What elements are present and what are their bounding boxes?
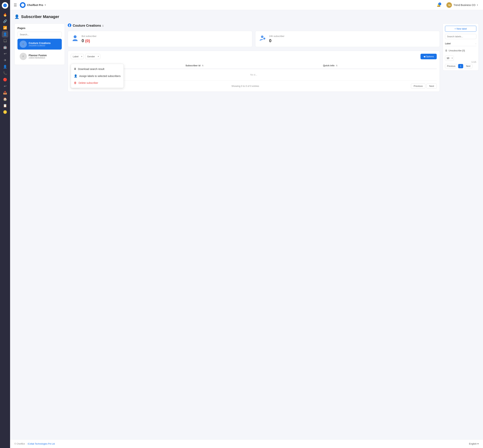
- label-table-header: Label ↑: [445, 41, 476, 46]
- prev-button[interactable]: Previous: [411, 83, 426, 89]
- next-button[interactable]: Next: [427, 83, 437, 89]
- language-label: English: [469, 442, 477, 445]
- user-menu[interactable]: TB Trend Business CO ▾: [445, 1, 479, 9]
- delete-subscriber-item[interactable]: 🗑 Delete subscriber: [71, 80, 124, 86]
- label-prev-button[interactable]: Previous: [445, 64, 457, 68]
- send-icon[interactable]: ✈: [2, 57, 8, 64]
- svg-point-3: [22, 5, 23, 6]
- live-icon[interactable]: 🔴: [2, 76, 8, 83]
- page-info: Couture Creations243269572198333: [29, 42, 60, 47]
- sort-subscriber-id-icon: ⇅: [202, 64, 203, 67]
- search-labels-input[interactable]: [445, 34, 476, 39]
- label-filter-wrapper: Label: [71, 54, 84, 59]
- page-item-flavour-fusion[interactable]: FFlavour Fusion238057869589826: [17, 51, 62, 62]
- label-filter[interactable]: Label: [71, 54, 84, 59]
- col-subscriber-id[interactable]: Subscriber id ⇅: [183, 62, 321, 69]
- h24-subscriber-label: 24h subscriber: [269, 35, 284, 38]
- table-pagination: 10 Showing 0 to 0 of 0 entries Previous …: [71, 83, 437, 89]
- export-icon[interactable]: 📤: [2, 89, 8, 96]
- notification-badge: 0: [438, 2, 441, 5]
- gender-filter[interactable]: Gender: [85, 54, 100, 59]
- footer: © CheifBot · iCollab Technologies Pvt Lt…: [10, 439, 483, 448]
- page-name: Couture Creations: [29, 42, 60, 45]
- label-pagination-info: 1-1/1: [445, 61, 476, 63]
- card-icon[interactable]: 📋: [2, 102, 8, 109]
- page-header: 👤 Subscriber Manager: [14, 14, 479, 19]
- bot-subscriber-value: 0 (0): [82, 38, 97, 43]
- subscriber-panel: Couture Creations ℹ: [68, 24, 440, 92]
- brand-name: Cheifbot Pro: [27, 3, 43, 7]
- coin-icon[interactable]: 🪙: [2, 109, 8, 115]
- assign-icon: 👤: [74, 74, 78, 78]
- bot-subscriber-extra: (0): [85, 39, 90, 43]
- sub-panel-title: Couture Creations: [73, 24, 101, 28]
- return-icon[interactable]: ↩: [2, 83, 8, 89]
- info-icon[interactable]: ℹ: [102, 24, 103, 27]
- h24-subscriber-card: 24h subscriber 0: [255, 31, 440, 47]
- hamburger-icon[interactable]: ☰: [14, 3, 17, 7]
- assign-label: Assign labels to selected subscribers: [79, 75, 121, 78]
- user-name: Trend Business CO: [453, 4, 475, 7]
- page-info: Flavour Fusion238057869589826: [29, 54, 60, 59]
- bot-subscriber-icon: [71, 35, 79, 43]
- pages-panel: Pages CCouture Creations243269572198333F…: [14, 24, 65, 65]
- topbar: ☰ Cheifbot Pro ▾ 🔔 0: [10, 0, 483, 10]
- fire-icon[interactable]: 🔥: [2, 12, 8, 18]
- sort-quick-info-icon: ⇅: [336, 64, 337, 67]
- label-page-1-button[interactable]: 1: [458, 64, 463, 68]
- broadcast-icon[interactable]: 📶: [2, 24, 8, 31]
- bot-icon[interactable]: 🤖: [2, 44, 8, 50]
- pages-search-input[interactable]: [17, 32, 62, 37]
- download-search-result-item[interactable]: ⬇ Download search result: [71, 65, 124, 72]
- unsubscribe-icon: 🗑: [445, 49, 448, 52]
- language-arrow-icon: ▾: [477, 442, 479, 445]
- page-title: Subscriber Manager: [21, 14, 59, 19]
- unsubscribe-row: 🗑 Unsubscribe [0]: [445, 48, 476, 53]
- footer-left: © CheifBot · iCollab Technologies Pvt Lt…: [14, 443, 55, 445]
- page-item-couture-creations[interactable]: CCouture Creations243269572198333: [17, 39, 62, 49]
- filter-row: Label Gender ◀ Options: [71, 54, 437, 59]
- label-sort-icon[interactable]: ↑: [475, 42, 476, 45]
- user-icon[interactable]: 👤: [2, 31, 8, 38]
- support-icon[interactable]: 🎧: [2, 38, 8, 44]
- new-label-button[interactable]: + New label: [445, 26, 476, 32]
- profile-icon[interactable]: 👤: [2, 64, 8, 70]
- phone-icon[interactable]: 📞: [2, 70, 8, 76]
- table-area: Label Gender ◀ Options: [68, 51, 440, 92]
- label-per-page-wrapper: 10: [445, 56, 454, 61]
- language-selector[interactable]: English ▾: [469, 442, 479, 445]
- main-grid: Pages CCouture Creations243269572198333F…: [14, 24, 479, 92]
- h24-subscriber-info: 24h subscriber 0: [269, 35, 284, 43]
- col-quick-info[interactable]: Quick info ⇅: [321, 62, 437, 69]
- page-id: 243269572198333: [29, 45, 60, 47]
- svg-point-8: [261, 35, 264, 38]
- page-items-list: CCouture Creations243269572198333FFlavou…: [17, 39, 62, 62]
- company-link[interactable]: iCollab Technologies Pvt Ltd: [28, 443, 55, 445]
- no-data-cell: No d...: [71, 69, 437, 80]
- brand[interactable]: Cheifbot Pro ▾: [20, 2, 46, 8]
- bot-subscriber-info: Bot subscriber 0 (0): [82, 35, 97, 43]
- notification-button[interactable]: 🔔 0: [436, 2, 442, 8]
- pages-title: Pages: [17, 26, 25, 30]
- footer-separator: ·: [26, 443, 26, 445]
- home-icon[interactable]: 🏠: [2, 96, 8, 102]
- user-avatar: TB: [446, 2, 452, 8]
- assign-labels-item[interactable]: 👤 Assign labels to selected subscribers: [71, 72, 124, 80]
- content-area: 👤 Subscriber Manager Pages CCouture Crea…: [10, 10, 483, 439]
- h24-subscriber-value: 0: [269, 38, 284, 43]
- stats-row: Bot subscriber 0 (0): [68, 31, 440, 47]
- label-next-button[interactable]: Next: [464, 64, 472, 68]
- svg-text:TB: TB: [448, 4, 451, 6]
- reply-icon[interactable]: ↩: [2, 50, 8, 57]
- download-icon: ⬇: [74, 67, 76, 71]
- main-area: ☰ Cheifbot Pro ▾ 🔔 0: [10, 0, 483, 448]
- user-dropdown-icon: ▾: [477, 4, 478, 6]
- showing-text: Showing 0 to 0 of 0 entries: [231, 85, 259, 88]
- options-button[interactable]: ◀ Options: [421, 54, 437, 59]
- options-dropdown: ⬇ Download search result 👤 Assign labels…: [71, 64, 124, 88]
- page-id: 238057869589826: [29, 57, 60, 59]
- app-logo[interactable]: [2, 2, 8, 9]
- page-name: Flavour Fusion: [29, 54, 60, 57]
- label-per-page-select[interactable]: 10: [445, 56, 454, 61]
- link-icon[interactable]: 🔗: [2, 18, 8, 24]
